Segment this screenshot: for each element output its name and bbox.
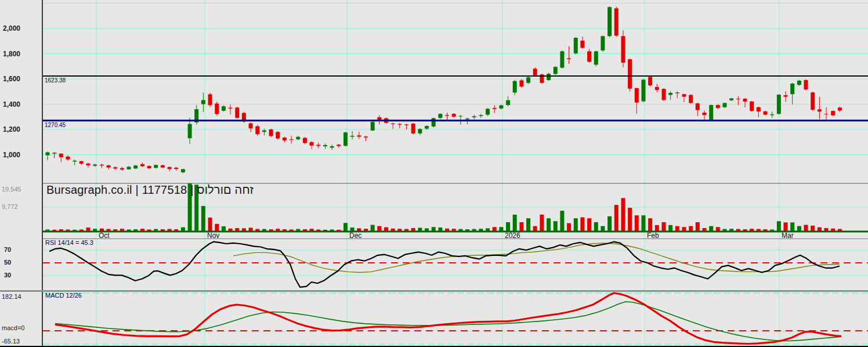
candle-down bbox=[452, 114, 456, 117]
candle-up bbox=[73, 161, 77, 162]
candle-down bbox=[337, 144, 341, 146]
volume-bar bbox=[100, 229, 104, 231]
rsi-panel-title: RSI 14/14 = 45.3 bbox=[45, 240, 93, 246]
volume-bar bbox=[425, 228, 429, 231]
price-tick-label: 1,000 bbox=[3, 151, 20, 158]
candle-down bbox=[397, 124, 402, 125]
candle-up bbox=[296, 137, 300, 139]
volume-bar bbox=[432, 227, 436, 231]
macd-zero-label: macd=0 bbox=[2, 325, 24, 331]
candle-down bbox=[838, 107, 842, 110]
candle-down bbox=[357, 135, 361, 136]
volume-bar bbox=[120, 229, 124, 231]
candle-up bbox=[323, 145, 327, 146]
price-tick-label: 1,600 bbox=[3, 75, 20, 82]
volume-bar bbox=[777, 221, 781, 231]
rsi-tick-label: 70 bbox=[4, 247, 11, 253]
candle-up bbox=[479, 115, 483, 116]
candle-up bbox=[723, 103, 727, 107]
volume-bar bbox=[249, 228, 253, 232]
candle-up bbox=[526, 77, 530, 83]
candle-down bbox=[736, 99, 740, 99]
candle-up bbox=[777, 95, 781, 114]
candle-down bbox=[614, 8, 619, 35]
candle-down bbox=[59, 154, 63, 157]
candle-up bbox=[554, 67, 558, 74]
volume-bar bbox=[262, 229, 266, 231]
candle-down bbox=[174, 168, 178, 169]
bursagraph-chart-window: Bursagraph.co.il | 1177518 | סולרום החז … bbox=[0, 0, 868, 347]
volume-bar bbox=[276, 229, 280, 231]
volume-bar bbox=[601, 226, 605, 231]
volume-bar bbox=[709, 226, 713, 231]
volume-bar bbox=[716, 227, 720, 231]
volume-bar bbox=[391, 229, 395, 231]
volume-bar bbox=[797, 226, 801, 231]
watermark-title: Bursagraph.co.il | 1177518 | סולרום החז bbox=[46, 184, 254, 196]
volume-bar bbox=[642, 215, 646, 231]
candle-down bbox=[66, 157, 70, 160]
candle-down bbox=[682, 94, 686, 96]
volume-bar bbox=[513, 215, 517, 231]
price-tick-label: 2,000 bbox=[3, 25, 20, 32]
volume-bar bbox=[587, 218, 591, 231]
macd-panel-title: MACD 12/26 bbox=[45, 292, 82, 299]
candle-down bbox=[161, 165, 165, 168]
volume-bar bbox=[790, 222, 794, 231]
volume-bar bbox=[493, 227, 497, 231]
volume-bar bbox=[824, 228, 829, 231]
candle-down bbox=[79, 161, 84, 164]
candle-up bbox=[560, 51, 564, 67]
candle-down bbox=[255, 126, 259, 135]
candle-down bbox=[86, 164, 91, 165]
candle-down bbox=[750, 102, 754, 111]
volume-bar bbox=[397, 229, 402, 231]
volume-bar bbox=[107, 229, 111, 231]
candle-down bbox=[235, 107, 239, 118]
volume-bar bbox=[574, 218, 578, 231]
volume-bar bbox=[384, 227, 388, 231]
volume-bar bbox=[458, 229, 462, 231]
volume-bar bbox=[201, 206, 205, 231]
volume-bar bbox=[418, 228, 422, 232]
volume-bar bbox=[655, 225, 659, 231]
volume-bar bbox=[404, 229, 408, 231]
month-label: Nov bbox=[207, 232, 219, 239]
candle-down bbox=[533, 68, 537, 75]
candle-up bbox=[350, 136, 355, 137]
volume-bar bbox=[607, 216, 612, 231]
candle-down bbox=[655, 87, 659, 90]
volume-bar bbox=[357, 228, 361, 231]
candle-up bbox=[418, 129, 422, 133]
volume-bar bbox=[168, 229, 172, 231]
chart-canvas[interactable] bbox=[0, 0, 868, 347]
candle-down bbox=[168, 167, 172, 169]
candle-down bbox=[716, 105, 720, 108]
candle-up bbox=[93, 165, 97, 166]
volume-bar bbox=[621, 198, 625, 231]
candle-up bbox=[729, 99, 733, 100]
volume-bar bbox=[255, 229, 259, 231]
volume-bar bbox=[750, 229, 754, 231]
candle-down bbox=[648, 77, 652, 86]
candle-down bbox=[804, 80, 808, 89]
candle-down bbox=[493, 108, 497, 109]
volume-bar bbox=[635, 215, 639, 231]
candle-up bbox=[46, 153, 50, 156]
volume-bar bbox=[93, 229, 97, 231]
candle-down bbox=[831, 111, 835, 115]
volume-bar bbox=[377, 226, 381, 231]
volume-bar bbox=[614, 205, 619, 231]
candle-down bbox=[784, 95, 788, 97]
candle-down bbox=[764, 111, 768, 115]
volume-bar bbox=[506, 222, 510, 231]
candle-up bbox=[438, 114, 442, 118]
candle-down bbox=[445, 115, 449, 115]
candle-up bbox=[222, 106, 226, 111]
candle-up bbox=[797, 81, 801, 85]
volume-bar bbox=[181, 227, 185, 231]
macd-max-label: 182.14 bbox=[2, 294, 21, 300]
candle-down bbox=[621, 36, 625, 63]
candle-up bbox=[547, 74, 551, 80]
candle-down bbox=[229, 108, 233, 109]
